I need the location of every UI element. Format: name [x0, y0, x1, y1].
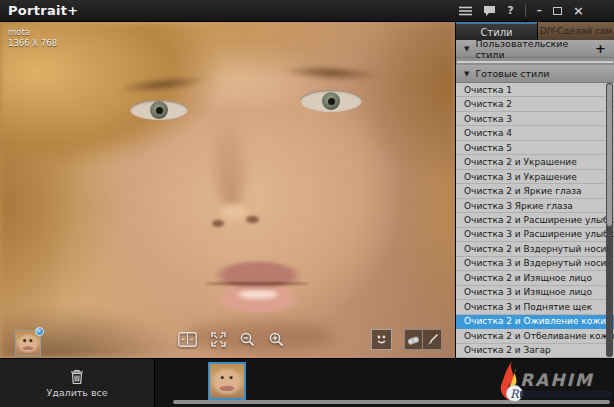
- source-thumbnail[interactable]: [15, 330, 41, 356]
- section-ready-styles[interactable]: ▼ Готовые стили: [456, 65, 614, 83]
- style-item-label: Очистка 4: [464, 128, 512, 138]
- zoom-in-icon[interactable]: [269, 332, 284, 351]
- minimize-icon[interactable]: –: [537, 5, 543, 16]
- styles-sidebar: Стили DIY-Сделай сам ▼ Пользовательские …: [455, 22, 614, 358]
- view-toolbar: [178, 332, 284, 351]
- style-item[interactable]: Очистка 2 и Изящное лицо: [456, 271, 614, 285]
- style-item-label: Очистка 2 и Оживление кожи: [464, 316, 606, 326]
- style-item-label: Очистка 2 и Вздернутый носик: [464, 244, 612, 254]
- svg-text:R: R: [510, 387, 520, 401]
- style-item[interactable]: Очистка 3 и Вздернутый носик: [456, 257, 614, 271]
- titlebar-separator: [525, 5, 526, 17]
- section-user-styles[interactable]: ▼ Пользовательские стили +: [456, 40, 614, 58]
- zoom-out-icon[interactable]: [240, 332, 255, 351]
- portrait-lips-art: [198, 260, 318, 314]
- style-item[interactable]: Очистка 2 и Загар: [456, 344, 614, 358]
- section-ready-styles-label: Готовые стили: [475, 68, 549, 79]
- style-item[interactable]: Очистка 3: [456, 112, 614, 126]
- delete-all-button[interactable]: Удалить все: [0, 359, 155, 407]
- eraser-button[interactable]: [404, 329, 423, 350]
- style-item-label: Очистка 2 и Загар: [464, 345, 551, 355]
- style-item[interactable]: Очистка 4: [456, 126, 614, 140]
- portrait-nose-tip-art: [220, 204, 248, 219]
- style-item[interactable]: Очистка 2 и Отбеливание кожи: [456, 329, 614, 343]
- style-item[interactable]: Очистка 3 и Расширение улыбки: [456, 228, 614, 242]
- style-item-label: Очистка 3 Яркие глаза: [464, 201, 573, 211]
- portrait-lip-gloss: [238, 290, 278, 299]
- style-item-label: Очистка 3 и Изящное лицо: [464, 287, 592, 297]
- style-item-label: Очистка 3: [464, 114, 512, 124]
- photo-resolution: 1366 X 768: [8, 38, 57, 49]
- style-item-label: Очистка 2 и Изящное лицо: [464, 273, 592, 283]
- style-item-label: Очистка 2 и Отбеливание кожи: [464, 331, 614, 341]
- menu-list-icon[interactable]: [459, 6, 472, 16]
- styles-list: Очистка 1 Очистка 2 Очистка 3 Очистка 4: [456, 83, 614, 358]
- style-item-label: Очистка 1: [464, 85, 512, 95]
- eraser-icon: [407, 334, 420, 346]
- style-item-label: Очистка 2: [464, 99, 512, 109]
- before-after-compare-icon[interactable]: [178, 332, 197, 351]
- style-item[interactable]: Очистка 1: [456, 83, 614, 97]
- style-item[interactable]: Очистка 3 и Поднятие щек: [456, 300, 614, 314]
- portrait-eye-right: [300, 90, 362, 112]
- style-item-label: Очистка 2 и Украшение: [464, 157, 577, 167]
- app-window: Portrait+ ? – ×: [0, 0, 614, 407]
- edit-toolbar: [371, 329, 442, 350]
- style-item[interactable]: Очистка 2 и Оживление кожи: [456, 315, 614, 329]
- photo-info: mota 1366 X 768: [8, 27, 57, 49]
- style-item-label: Очистка 3 и Поднятие щек: [464, 302, 592, 312]
- style-item[interactable]: Очистка 2 и Яркие глаза: [456, 184, 614, 198]
- style-item[interactable]: Очистка 2: [456, 97, 614, 111]
- photo-thumbnail[interactable]: [208, 362, 246, 400]
- style-item-label: Очистка 3 и Вздернутый носик: [464, 258, 612, 268]
- title-bar: Portrait+ ? – ×: [0, 0, 614, 22]
- app-title: Portrait+: [8, 3, 79, 18]
- style-item-label: Очистка 3 и Украшение: [464, 172, 577, 182]
- portrait-nostril-left: [212, 220, 224, 227]
- style-item-label: Очистка 3 и Расширение улыбки: [464, 229, 614, 239]
- style-item[interactable]: Очистка 5: [456, 141, 614, 155]
- portrait-nose-art: [210, 109, 247, 213]
- collapse-arrow-icon: ▼: [464, 70, 469, 78]
- watermark: R RAHIM: [492, 358, 612, 404]
- collapse-arrow-icon: ▼: [464, 45, 469, 53]
- portrait-eyebrow-right: [282, 63, 381, 82]
- close-icon[interactable]: ×: [573, 4, 584, 17]
- styles-scrollbar[interactable]: [606, 83, 613, 357]
- face-points-button[interactable]: [371, 329, 392, 350]
- trash-icon: [70, 369, 84, 385]
- portrait-eye-left: [130, 100, 188, 120]
- style-item-label: Очистка 2 и Расширение улыбки: [464, 215, 614, 225]
- portrait-mouth-line: [204, 282, 310, 285]
- style-item[interactable]: Очистка 3 и Украшение: [456, 170, 614, 184]
- watermark-brand: RAHIM: [520, 372, 612, 389]
- style-item-label: Очистка 5: [464, 143, 512, 153]
- maximize-icon[interactable]: [553, 7, 562, 15]
- smiley-icon: [375, 333, 388, 346]
- portrait-skin-art: [0, 22, 455, 358]
- styles-scrollbar-thumb[interactable]: [607, 84, 612, 226]
- portrait-nostril-right: [246, 216, 259, 223]
- photo-canvas[interactable]: mota 1366 X 768: [0, 22, 455, 358]
- filmstrip: R RAHIM: [155, 359, 614, 407]
- bottom-bar: Удалить все R RAHIM: [0, 358, 614, 407]
- fit-to-screen-icon[interactable]: [211, 332, 226, 351]
- style-item[interactable]: Очистка 2 и Украшение: [456, 155, 614, 169]
- style-item-label: Очистка 2 и Яркие глаза: [464, 186, 582, 196]
- help-icon[interactable]: ?: [507, 5, 513, 16]
- style-item[interactable]: Очистка 3 Яркие глаза: [456, 199, 614, 213]
- watermark-subtext-bar: [520, 391, 612, 398]
- section-user-styles-label: Пользовательские стили: [475, 38, 589, 60]
- feedback-bubble-icon[interactable]: [483, 5, 496, 16]
- portrait-eyebrow-left: [118, 73, 207, 95]
- style-item[interactable]: Очистка 2 и Вздернутый носик: [456, 242, 614, 256]
- brush-icon: [426, 333, 439, 346]
- photo-name: mota: [8, 27, 57, 38]
- delete-all-label: Удалить все: [46, 387, 107, 398]
- brush-button[interactable]: [423, 329, 442, 350]
- add-style-button[interactable]: +: [595, 42, 606, 55]
- thumbnail-badge: [35, 327, 44, 336]
- style-item[interactable]: Очистка 3 и Изящное лицо: [456, 286, 614, 300]
- photo-thumbnail-image: [210, 364, 244, 398]
- style-item[interactable]: Очистка 2 и Расширение улыбки: [456, 213, 614, 227]
